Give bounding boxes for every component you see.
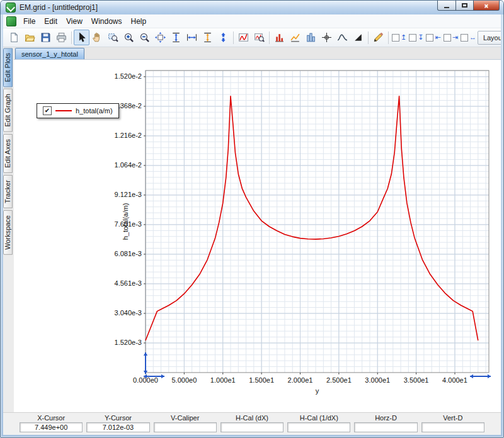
scroll-vertical-button[interactable] — [215, 30, 231, 45]
line-chart-button[interactable] — [287, 30, 303, 45]
horz-d-value — [354, 422, 417, 432]
new-file-button[interactable] — [6, 30, 22, 45]
caliper-toggle-2[interactable]: ↧ — [409, 34, 423, 42]
open-button[interactable] — [22, 30, 38, 45]
status-horz-d: Horz-D — [354, 414, 417, 432]
menu-edit[interactable]: Edit — [40, 16, 62, 27]
print-button[interactable] — [54, 30, 69, 45]
legend-checkbox[interactable]: ✔ — [43, 106, 52, 115]
svg-text:1.000e1: 1.000e1 — [210, 376, 236, 384]
status-v-caliper: V-Caliper — [154, 414, 217, 432]
arrow-down-bar-icon: ↧ — [418, 34, 423, 41]
pan-hand-button[interactable] — [89, 30, 105, 45]
document-icon — [6, 16, 16, 26]
x-axis-title: y — [316, 387, 319, 395]
menu-view[interactable]: View — [62, 16, 87, 27]
svg-text:6.081e-3: 6.081e-3 — [115, 250, 142, 257]
caliper-toggle-5[interactable]: ↔ — [461, 34, 476, 42]
svg-text:1.500e1: 1.500e1 — [249, 376, 274, 384]
status-h-cal-1dx: H-Cal (1/dX) — [287, 414, 350, 432]
side-tab-strip: Edit Plots Edit Graph Edit Axes Tracker … — [3, 47, 14, 412]
legend: ✔ h_total(a/m) — [37, 103, 119, 118]
smooth-curve-button[interactable] — [335, 30, 350, 45]
svg-text:9.121e-3: 9.121e-3 — [115, 191, 142, 198]
crosshair-button[interactable] — [319, 30, 335, 45]
checkbox-icon — [392, 34, 399, 42]
svg-text:4.000e1: 4.000e1 — [442, 376, 467, 384]
edit-pencil-button[interactable] — [370, 30, 386, 45]
legend-line-sample — [55, 110, 72, 111]
menu-windows[interactable]: Windows — [87, 16, 127, 27]
app-window: EM.grid - [untitledproj1] × File Edit Vi… — [0, 0, 504, 438]
toolbar-separator — [368, 31, 369, 44]
plot-canvas[interactable]: 0.000e05.000e01.000e11.500e12.000e12.500… — [14, 59, 501, 412]
bar-chart-button[interactable] — [272, 30, 287, 45]
svg-text:1.064e-2: 1.064e-2 — [115, 161, 142, 169]
status-h-cal-dx: H-Cal (dX) — [220, 414, 284, 432]
menu-help[interactable]: Help — [127, 16, 151, 27]
column-chart-button[interactable] — [303, 30, 319, 45]
tab-edit-graph[interactable]: Edit Graph — [3, 89, 13, 132]
minimize-icon — [444, 7, 449, 8]
vert-d-value — [421, 422, 484, 432]
arrow-right-bar-icon: ⇥ — [452, 34, 458, 41]
minimize-button[interactable] — [437, 1, 456, 11]
close-icon: × — [484, 2, 488, 9]
save-button[interactable] — [38, 30, 54, 45]
svg-text:2.500e1: 2.500e1 — [326, 376, 352, 384]
caliper-toggle-3[interactable]: ⇤ — [426, 34, 440, 42]
svg-text:3.000e1: 3.000e1 — [365, 376, 390, 384]
zoom-extents-button[interactable] — [152, 30, 168, 45]
svg-text:2.000e1: 2.000e1 — [288, 376, 313, 384]
y-cursor-value: 7.012e-03 — [86, 422, 149, 432]
fit-horizontal-button[interactable] — [184, 30, 200, 45]
tab-edit-axes[interactable]: Edit Axes — [3, 134, 13, 173]
checkbox-icon — [426, 34, 433, 42]
axis-pan-arrow[interactable] — [144, 352, 147, 374]
menu-file[interactable]: File — [19, 16, 40, 27]
arrow-up-bar-icon: ↥ — [401, 34, 406, 41]
svg-text:1.216e-2: 1.216e-2 — [115, 132, 142, 139]
zoom-plot-button[interactable] — [251, 30, 267, 45]
tab-workspace[interactable]: Workspace — [3, 210, 13, 255]
axis-pan-arrow[interactable] — [470, 374, 491, 378]
series-h-total — [146, 96, 478, 340]
menu-bar: File Edit View Windows Help — [3, 14, 501, 28]
autoscale-y-button[interactable] — [200, 30, 215, 45]
caliper-toggle-1[interactable]: ↥ — [392, 34, 406, 42]
maximize-icon — [462, 3, 467, 8]
close-button[interactable]: × — [474, 1, 500, 11]
svg-text:5.000e0: 5.000e0 — [171, 376, 197, 384]
window-title: EM.grid - [untitledproj1] — [20, 3, 98, 12]
check-icon: ✔ — [45, 108, 50, 114]
toolbar-separator — [233, 31, 234, 44]
h-cal-dx-value — [220, 422, 284, 432]
zoom-in-button[interactable] — [121, 30, 137, 45]
document-tab[interactable]: sensor_1_y_htotal — [15, 48, 84, 59]
document-tab-label: sensor_1_y_htotal — [21, 50, 78, 58]
new-plot-button[interactable] — [236, 30, 251, 45]
plot-frame — [146, 70, 489, 373]
fit-vertical-button[interactable] — [168, 30, 184, 45]
svg-text:1.520e-2: 1.520e-2 — [115, 72, 142, 80]
zoom-window-button[interactable] — [105, 30, 121, 45]
tab-edit-plots[interactable]: Edit Plots — [3, 48, 13, 87]
h-cal-1dx-value — [287, 422, 350, 432]
toolbar-separator — [388, 31, 389, 44]
app-icon — [6, 3, 16, 13]
checkbox-icon — [461, 34, 468, 42]
v-caliper-value — [154, 422, 217, 432]
arrow-left-bar-icon: ⇤ — [435, 34, 440, 41]
svg-text:3.040e-3: 3.040e-3 — [115, 309, 142, 317]
marker-button[interactable] — [350, 30, 366, 45]
title-bar[interactable]: EM.grid - [untitledproj1] × — [1, 1, 503, 14]
tab-tracker[interactable]: Tracker — [3, 175, 13, 208]
arrow-horizontal-icon: ↔ — [469, 34, 476, 41]
maximize-button[interactable] — [456, 1, 474, 11]
select-pointer-button[interactable] — [74, 30, 89, 45]
layout-button[interactable]: Layout ▾ — [478, 31, 501, 45]
legend-label: h_total(a/m) — [76, 107, 113, 115]
caliper-toggle-4[interactable]: ⇥ — [444, 34, 458, 42]
document-tab-bar: sensor_1_y_htotal — [14, 47, 501, 59]
zoom-out-button[interactable] — [137, 30, 152, 45]
